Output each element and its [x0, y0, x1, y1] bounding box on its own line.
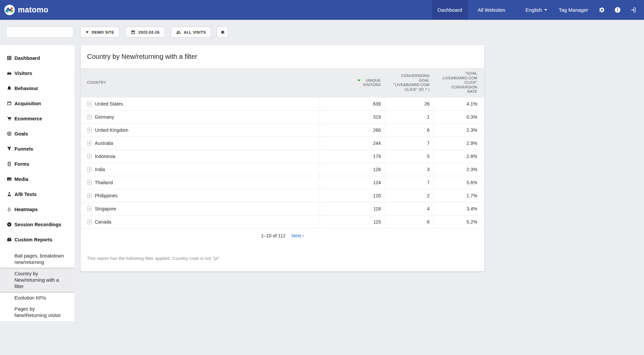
caret-down-icon: [544, 9, 547, 11]
sidebar-subitem[interactable]: Bali pages, breakdown new/returning: [0, 250, 74, 268]
table-row: Germany 319 1 0.3%: [81, 111, 484, 124]
sidebar-item[interactable]: Goals: [0, 126, 74, 141]
conversion-rate-cell: 2.3%: [433, 163, 484, 176]
sidebar: Dashboard Visitors Behaviour Acquisition…: [0, 45, 74, 321]
country-label[interactable]: Thailand: [95, 180, 113, 185]
behaviour-icon: [7, 86, 12, 91]
funnels-icon: [7, 146, 12, 151]
pagination-next-link[interactable]: Next ›: [291, 233, 304, 238]
selector-row: DEMO SITE 2022-02-26 ALL VISITS: [80, 27, 234, 38]
collapse-selectors-button[interactable]: [217, 27, 228, 38]
navbar-item[interactable]: All Websites: [472, 0, 511, 20]
date-selector-label: 2022-02-26: [138, 30, 160, 34]
help-info-icon: [614, 7, 621, 13]
country-label[interactable]: Germany: [95, 114, 114, 120]
site-selector-button[interactable]: DEMO SITE: [80, 27, 120, 38]
segment-selector-button[interactable]: ALL VISITS: [171, 27, 211, 38]
goals-icon: [7, 131, 12, 136]
caret-down-icon: [86, 31, 89, 33]
navbar-icon-button[interactable]: [594, 0, 610, 20]
sidebar-item-label: Forms: [14, 161, 29, 167]
expand-plus-icon[interactable]: [87, 128, 92, 132]
report-card: Country by New/returning with a filter C…: [81, 45, 484, 271]
sidebar-item[interactable]: Visitors: [0, 66, 74, 81]
country-label[interactable]: Indonesia: [95, 154, 115, 159]
sidebar-item[interactable]: Funnels: [0, 141, 74, 156]
country-label[interactable]: Australia: [95, 141, 113, 146]
custom-reports-icon: [7, 237, 12, 242]
search-box[interactable]: [6, 27, 73, 38]
country-label[interactable]: United Kingdom: [95, 127, 128, 133]
matomo-logo: [4, 5, 15, 15]
sidebar-subitem-label: Bali pages, breakdown new/returning: [14, 253, 64, 265]
unique-visitors-cell: 266: [320, 124, 385, 136]
sidebar-item[interactable]: Acquisition: [0, 96, 74, 111]
column-header-unique-visitors[interactable]: UNIQUE VISITORS: [320, 78, 385, 87]
pagination: 1–10 of 112 Next ›: [81, 233, 484, 238]
conversions-cell: 4: [385, 202, 433, 215]
expand-plus-icon[interactable]: [87, 167, 92, 172]
country-cell: Singapore: [81, 202, 320, 215]
sidebar-item[interactable]: Custom Reports: [0, 232, 74, 247]
expand-plus-icon[interactable]: [87, 115, 92, 119]
country-cell: Germany: [81, 111, 320, 123]
navbar-item[interactable]: Tag Manager: [553, 0, 594, 20]
sidebar-item[interactable]: Media: [0, 171, 74, 187]
media-icon: [7, 176, 12, 182]
table-row: Thailand 124 7 5.6%: [81, 176, 484, 189]
column-header-conversion-rate[interactable]: "GOAL LIVEABOARD.COM CLICK" CONVERSION R…: [433, 71, 484, 94]
navbar-item[interactable]: Dashboard: [432, 0, 468, 20]
date-selector-button[interactable]: 2022-02-26: [125, 27, 165, 38]
matomo-brand[interactable]: matomo: [4, 5, 48, 15]
unique-visitors-cell: 120: [320, 189, 385, 202]
conversion-rate-cell: 1.7%: [433, 189, 484, 202]
sidebar-item-label: Goals: [14, 131, 28, 136]
navbar-item[interactable]: English: [520, 0, 553, 20]
navbar-icon-button[interactable]: [610, 0, 626, 20]
sidebar-item[interactable]: Session Recordings: [0, 217, 74, 232]
sidebar-subitem[interactable]: Evolution KPIs: [0, 292, 74, 304]
country-label[interactable]: Philippines: [95, 193, 118, 198]
expand-plus-icon[interactable]: [87, 206, 92, 211]
unique-visitors-cell: 128: [320, 163, 385, 176]
conversion-rate-cell: 5.6%: [433, 176, 484, 189]
sidebar-item[interactable]: Ecommerce: [0, 111, 74, 126]
country-label[interactable]: India: [95, 167, 105, 172]
expand-plus-icon[interactable]: [87, 154, 92, 159]
expand-plus-icon[interactable]: [87, 180, 92, 185]
navbar-items: Dashboard All Websites English Tag Manag…: [432, 0, 594, 20]
sidebar-item[interactable]: Forms: [0, 156, 74, 171]
table-row: Indonesia 179 5 2.8%: [81, 150, 484, 163]
country-cell: India: [81, 163, 320, 176]
sidebar-item[interactable]: A/B Tests: [0, 187, 74, 202]
report-filter-note: This report has the following filter app…: [81, 256, 484, 261]
navbar-item-label: Tag Manager: [559, 7, 588, 13]
sidebar-item[interactable]: Dashboard: [0, 50, 74, 66]
sidebar-item-label: A/B Tests: [14, 192, 37, 197]
table-row: United Kingdom 266 6 2.3%: [81, 124, 484, 137]
expand-plus-icon[interactable]: [87, 193, 92, 198]
country-label[interactable]: Canada: [95, 219, 111, 225]
search-input[interactable]: [12, 30, 71, 35]
sidebar-item[interactable]: Behaviour: [0, 81, 74, 96]
column-header-country[interactable]: COUNTRY: [81, 80, 320, 85]
table-row: India 128 3 2.3%: [81, 163, 484, 176]
pagination-range: 1–10 of 112: [261, 233, 285, 238]
expand-plus-icon[interactable]: [87, 141, 92, 146]
column-header-conversions[interactable]: CONVERSIONS GOAL "LIVEABOARD.COM CLICK" …: [385, 74, 433, 92]
country-label[interactable]: Singapore: [95, 206, 116, 211]
sidebar-item[interactable]: Heatmaps: [0, 202, 74, 217]
expand-plus-icon[interactable]: [87, 102, 92, 106]
sidebar-subitem[interactable]: Pages by New/Returning visitor: [0, 304, 74, 321]
country-label[interactable]: United States: [95, 101, 123, 107]
visitors-icon: [7, 71, 12, 76]
expand-plus-icon[interactable]: [87, 220, 92, 224]
navbar-icon-button[interactable]: [626, 0, 641, 20]
heatmaps-icon: [7, 207, 12, 212]
sidebar-subitem[interactable]: Country by New/returning with a filter: [0, 268, 74, 292]
unique-visitors-cell: 244: [320, 137, 385, 150]
conversions-cell: 2: [385, 189, 433, 202]
sidebar-subitem-label: Country by New/returning with a filter: [14, 271, 59, 289]
dashboard-icon: [7, 55, 12, 61]
table-row: Philippines 120 2 1.7%: [81, 189, 484, 202]
